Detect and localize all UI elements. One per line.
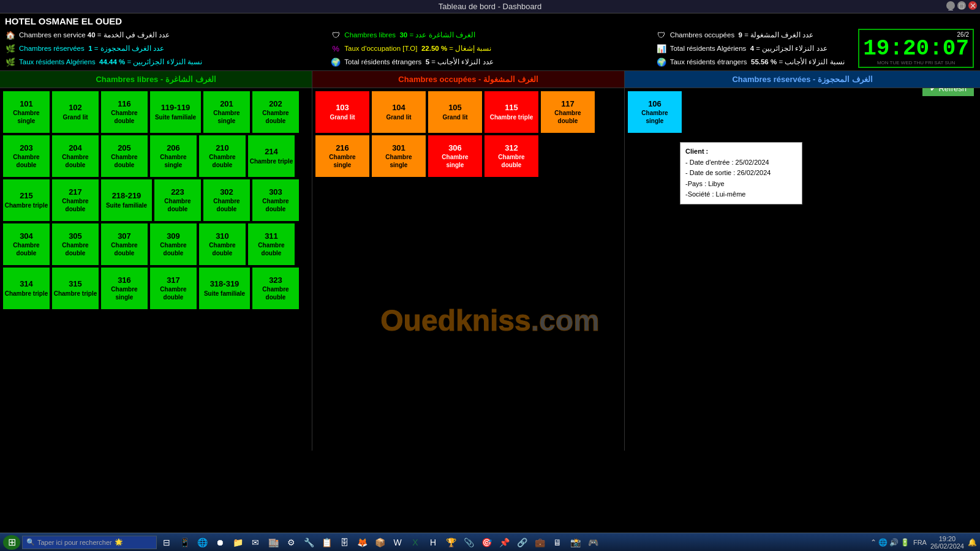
app1-icon[interactable]: 🔧 [301,535,317,550]
start-button[interactable]: ⊞ [3,535,20,550]
stat-taux-alg-text: Taux résidents Algériens 44.44 % = نسبة … [19,58,202,66]
store-icon[interactable]: 🏬 [265,535,281,550]
room-103[interactable]: 103Grand lit [315,91,370,133]
room-206[interactable]: 206Chambresingle [149,135,197,178]
home-icon: 🏠 [5,29,16,40]
taskbar: ⊞ 🔍 Taper ici pour rechercher 🌟 ⊟ 📱 🌐 ⏺ … [0,533,980,551]
hotel-name: HOTEL OSMANE EL OUED [5,16,975,26]
room-311[interactable]: 311Chambredouble [247,223,295,266]
room-115[interactable]: 115Chambre triple [484,91,539,133]
tray-battery[interactable]: 🔋 [900,538,910,547]
app6-icon[interactable]: 🏆 [443,535,459,550]
occupied-rooms-section: Chambres occupées - الغرف المشغولة 103Gr… [312,71,625,451]
room-307[interactable]: 307Chambredouble [100,223,148,266]
minimize-btn[interactable]: _ [946,1,955,10]
room-204[interactable]: 204Chambredouble [51,135,99,178]
notification-btn[interactable]: 🔔 [968,538,977,547]
room-306[interactable]: 306Chambresingle [428,135,483,178]
stat-total-etr: 🌍 Total résidents étrangers 5 = عدد النز… [330,56,649,68]
room-203[interactable]: 203Chambredouble [2,135,50,178]
word-icon[interactable]: W [390,535,405,550]
room-317[interactable]: 317Chambredouble [149,267,197,310]
excel-icon[interactable]: X [407,535,423,550]
tooltip-client: Client : [685,146,797,157]
room-201[interactable]: 201Chambresingle [203,91,251,133]
maximize-btn[interactable]: □ [957,1,966,10]
free-section-header: Chambres libres - الغرف الشاغرة [0,71,312,88]
room-303[interactable]: 303Chambredouble [252,179,300,222]
room-tooltip: Client : - Date d'entrée : 25/02/2024 - … [680,142,802,204]
app2-icon[interactable]: 📋 [318,535,334,550]
room-217[interactable]: 217Chambredouble [51,179,99,222]
settings-icon[interactable]: ⚙ [283,535,299,550]
room-116[interactable]: 116Chambredouble [100,91,148,133]
app13-icon[interactable]: 📸 [567,535,583,550]
cortana-icon: 🌟 [115,538,123,546]
room-304[interactable]: 304Chambredouble [2,223,50,266]
app10-icon[interactable]: 🔗 [514,535,530,550]
room-316[interactable]: 316Chambresingle [100,267,148,310]
files-icon[interactable]: 📁 [230,535,246,550]
stat-libres: 🛡 Chambres libres 30 = الغرف الشاغرة عدد [330,29,649,41]
room-105[interactable]: 105Grand lit [428,91,483,133]
occupied-section-header: Chambres occupées - الغرف المشغولة [312,71,624,88]
room-210[interactable]: 210Chambredouble [198,135,246,178]
room-315[interactable]: 315Chambre triple [51,267,99,310]
app3-icon[interactable]: 🗄 [336,535,352,550]
whatsapp-icon[interactable]: 📱 [176,535,192,550]
clock-date: MON TUE WED THU FRI SAT SUN [863,60,969,66]
room-314[interactable]: 314Chambre triple [2,267,50,310]
record-icon[interactable]: ⏺ [212,535,228,550]
room-215[interactable]: 215Chambre triple [2,179,50,222]
stat-taux-occ-text: Taux d'occupation [T.O] 22.50 % = نسبة إ… [344,44,491,53]
room-102[interactable]: 102Grand lit [51,91,99,133]
tooltip-country: -Pays : Libye [685,179,797,190]
room-309[interactable]: 309Chambredouble [149,223,197,266]
taskbar-search[interactable]: 🔍 Taper ici pour rechercher 🌟 [22,536,157,549]
room-301[interactable]: 301Chambresingle [371,135,426,178]
room-312[interactable]: 312Chambredouble [484,135,539,178]
free-rooms-body: 101Chambresingle 102Grand lit 116Chambre… [0,88,312,312]
room-302[interactable]: 302Chambredouble [203,179,251,222]
room-218-219[interactable]: 218-219Suite familiale [100,179,153,222]
stat-reservees: 🌿 Chambres réservées 1 = عدد الغرف المحج… [5,42,324,54]
room-202[interactable]: 202Chambredouble [252,91,300,133]
taskview-btn[interactable]: ⊟ [159,535,175,550]
tray-expand[interactable]: ⌃ [870,538,876,547]
main-content: Chambres libres - الغرف الشاغرة 101Chamb… [0,71,980,451]
mail-icon[interactable]: ✉ [247,535,263,550]
tray-volume[interactable]: 🔊 [889,538,899,547]
app8-icon[interactable]: 🎯 [478,535,494,550]
app9-icon[interactable]: 📌 [496,535,512,550]
room-318-319[interactable]: 318-319Suite familiale [198,267,251,310]
close-btn[interactable]: ✕ [968,1,977,10]
window-title: Tableau de bord - Dashboard [439,2,541,11]
app5-icon[interactable]: 📦 [372,535,388,550]
room-104[interactable]: 104Grand lit [371,91,426,133]
room-216[interactable]: 216Chambresingle [315,135,370,178]
app11-icon[interactable]: 💼 [532,535,548,550]
room-117[interactable]: 117Chambredouble [540,91,595,133]
app7-icon[interactable]: 📎 [461,535,477,550]
room-310[interactable]: 310Chambredouble [198,223,246,266]
app4-icon[interactable]: 🦊 [354,535,370,550]
room-106[interactable]: 106Chambresingle [627,91,682,133]
app14-icon[interactable]: 🎮 [585,535,601,550]
taskbar-clock: 19:20 26/02/2024 [930,535,964,550]
room-323[interactable]: 323Chambredouble [252,267,300,310]
hotel-icon[interactable]: H [425,535,441,550]
taux-alg-icon: 🌿 [5,56,16,67]
room-223[interactable]: 223Chambredouble [154,179,202,222]
room-305[interactable]: 305Chambredouble [51,223,99,266]
watermark: Ouedkniss.com [380,304,599,337]
room-214[interactable]: 214Chambre triple [247,135,295,178]
room-101[interactable]: 101Chambresingle [2,91,50,133]
room-119-119[interactable]: 119-119Suite familiale [149,91,202,133]
language-indicator[interactable]: FRA [913,539,927,546]
stat-service-text: Chambres en service 40 = عدد الغرف في ال… [19,31,170,39]
tray-network[interactable]: 🌐 [878,538,888,547]
app12-icon[interactable]: 🖥 [549,535,565,550]
check-shield-icon: 🛡 [330,29,341,40]
room-205[interactable]: 205Chambredouble [100,135,148,178]
browser-icon[interactable]: 🌐 [194,535,210,550]
